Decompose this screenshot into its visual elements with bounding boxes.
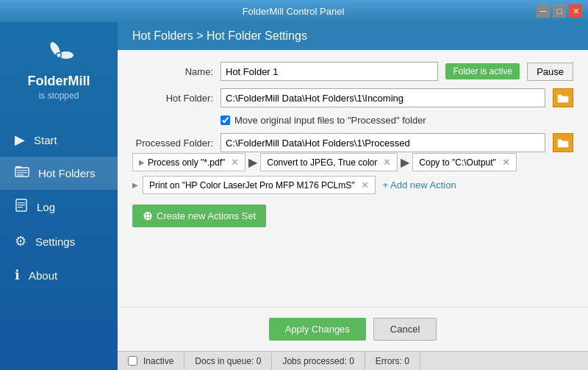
remove-action-4-button[interactable]: ✕ — [361, 179, 369, 191]
apply-changes-button[interactable]: Apply Changes — [269, 318, 366, 341]
docs-in-queue-label: Docs in queue: 0 — [195, 356, 261, 366]
svg-rect-6 — [15, 166, 21, 168]
create-set-plus-icon: ⊕ — [143, 209, 152, 223]
log-icon — [15, 199, 28, 216]
folder-active-badge: Folder is active — [445, 63, 520, 79]
name-label: Name: — [132, 66, 213, 77]
jobs-processed-label: Jobs processed: 0 — [282, 356, 354, 366]
hot-folder-input[interactable] — [220, 88, 545, 107]
start-icon: ▶ — [15, 132, 25, 148]
svg-rect-12 — [18, 204, 25, 206]
move-files-checkbox-row: Move original input files to "Processed"… — [132, 115, 573, 126]
folder-open-icon-2 — [557, 138, 569, 148]
arrow-connector-1: ▶ — [248, 155, 257, 169]
sidebar-nav: ▶ Start Hot Folders — [0, 123, 118, 292]
close-button[interactable]: ✕ — [569, 4, 582, 18]
svg-point-4 — [57, 54, 61, 57]
move-files-checkbox[interactable] — [220, 115, 230, 125]
folder-open-icon — [557, 93, 569, 103]
action-tag-label-2: Convert to JPEG, True color — [267, 157, 377, 168]
sidebar: FolderMill is stopped ▶ Start — [0, 22, 118, 370]
add-action-button[interactable]: + Add new Action — [379, 177, 461, 193]
hot-folder-label: Hot Folder: — [132, 93, 213, 104]
sidebar-logo: FolderMill is stopped — [28, 37, 90, 101]
row2-expand-arrow-icon: ▶ — [132, 181, 138, 189]
remove-action-2-button[interactable]: ✕ — [383, 157, 391, 168]
actions-row-2: ▶ Print on "HP Color LaserJet Pro MFP M1… — [132, 176, 573, 194]
statusbar-inactive: Inactive — [125, 352, 184, 370]
sidebar-item-start-label: Start — [34, 134, 57, 146]
inactive-label: Inactive — [143, 356, 173, 366]
action-tag-print[interactable]: Print on "HP Color LaserJet Pro MFP M176… — [143, 176, 376, 194]
actions-row-1: ▶ Process only "*.pdf" ✕ ▶ Convert to JP… — [132, 153, 573, 171]
svg-rect-13 — [18, 207, 23, 208]
svg-rect-7 — [17, 170, 27, 171]
create-actions-set-button[interactable]: ⊕ Create new Actions Set — [132, 204, 266, 227]
sidebar-item-about[interactable]: ℹ About — [0, 258, 118, 292]
sidebar-status: is stopped — [39, 90, 79, 101]
action-tag-label-1: Process only "*.pdf" — [148, 157, 225, 168]
move-files-label: Move original input files to "Processed"… — [234, 115, 426, 126]
statusbar-jobs: Jobs processed: 0 — [272, 352, 365, 370]
processed-folder-row: Processed Folder: — [132, 133, 573, 152]
spacer — [118, 227, 588, 307]
hot-folders-icon — [15, 166, 29, 181]
titlebar-title: FolderMill Control Panel — [50, 6, 537, 17]
cancel-button[interactable]: Cancel — [373, 318, 437, 341]
minimize-button[interactable]: ─ — [537, 4, 550, 18]
svg-rect-8 — [17, 172, 27, 174]
create-set-label: Create new Actions Set — [157, 210, 256, 221]
sidebar-item-settings[interactable]: ⚙ Settings — [0, 224, 118, 258]
sidebar-item-start[interactable]: ▶ Start — [0, 123, 118, 157]
sidebar-item-about-label: About — [29, 269, 57, 282]
pause-button[interactable]: Pause — [527, 63, 573, 81]
action-tag-copy-output[interactable]: Copy to "C:\Output" ✕ — [412, 153, 517, 171]
logo-icon — [40, 37, 77, 74]
content-header: Hot Folders > Hot Folder Settings — [118, 22, 588, 50]
app-body: FolderMill is stopped ▶ Start — [0, 22, 588, 370]
name-row: Name: Folder is active Pause — [132, 62, 573, 81]
sidebar-item-hot-folders-label: Hot Folders — [38, 167, 96, 179]
form-area: Name: Folder is active Pause Hot Folder:… — [118, 50, 588, 153]
statusbar-docs: Docs in queue: 0 — [184, 352, 272, 370]
statusbar: Inactive Docs in queue: 0 Jobs processed… — [118, 351, 588, 370]
action-tag-convert-jpeg[interactable]: Convert to JPEG, True color ✕ — [260, 153, 398, 171]
sidebar-app-name: FolderMill — [28, 74, 90, 89]
processed-folder-browse-button[interactable] — [553, 133, 573, 152]
sidebar-item-log-label: Log — [37, 201, 55, 213]
processed-folder-label: Processed Folder: — [132, 138, 213, 149]
content-area: Hot Folders > Hot Folder Settings Name: … — [118, 22, 588, 370]
bottom-buttons-area: Apply Changes Cancel — [118, 307, 588, 351]
svg-rect-11 — [18, 202, 25, 204]
sidebar-item-settings-label: Settings — [35, 235, 75, 248]
titlebar-controls: ─ □ ✕ — [537, 4, 582, 18]
titlebar: FolderMill Control Panel ─ □ ✕ — [0, 0, 588, 22]
actions-area: ▶ Process only "*.pdf" ✕ ▶ Convert to JP… — [118, 153, 588, 227]
svg-rect-9 — [17, 174, 24, 176]
breadcrumb: Hot Folders > Hot Folder Settings — [132, 29, 307, 42]
name-input[interactable] — [220, 62, 438, 81]
add-action-label: + Add new Action — [383, 179, 456, 191]
about-icon: ℹ — [15, 267, 20, 283]
processed-folder-input[interactable] — [220, 133, 545, 152]
statusbar-errors: Errors: 0 — [365, 352, 420, 370]
action-tag-process-pdf[interactable]: ▶ Process only "*.pdf" ✕ — [132, 153, 245, 171]
action-tag-label-3: Copy to "C:\Output" — [419, 157, 496, 168]
sidebar-item-log[interactable]: Log — [0, 190, 118, 224]
errors-label: Errors: 0 — [376, 356, 409, 366]
inactive-checkbox[interactable] — [128, 356, 137, 366]
remove-action-3-button[interactable]: ✕ — [502, 157, 510, 168]
expand-arrow-icon: ▶ — [139, 158, 145, 166]
hot-folder-browse-button[interactable] — [553, 88, 573, 107]
remove-action-1-button[interactable]: ✕ — [231, 157, 239, 168]
sidebar-item-hot-folders[interactable]: Hot Folders — [0, 157, 118, 190]
action-tag-label-4: Print on "HP Color LaserJet Pro MFP M176… — [149, 180, 355, 191]
arrow-connector-2: ▶ — [401, 155, 409, 169]
hot-folder-row: Hot Folder: — [132, 88, 573, 107]
maximize-button[interactable]: □ — [553, 4, 566, 18]
settings-icon: ⚙ — [15, 233, 26, 249]
